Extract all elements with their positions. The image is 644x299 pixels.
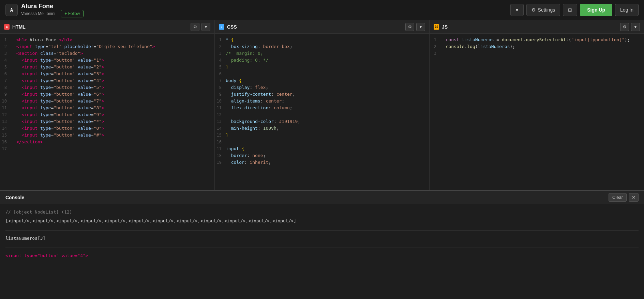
console-close-button[interactable]: ✕ (629, 193, 639, 202)
css-line-6: 6 (215, 70, 429, 77)
css-line-16: 16 (215, 139, 429, 145)
css-line-14: 14 min-height: 100vh; (215, 125, 429, 132)
html-line-2: 2 <input type="tel" placeholder="Digite … (0, 43, 214, 50)
css-line-13: 13 background-color: #191919; (215, 118, 429, 125)
settings-label: Settings (538, 7, 555, 13)
css-line-4: 4 padding: 0; */ (215, 57, 429, 64)
grid-button[interactable]: ⊞ (563, 4, 577, 16)
js-tab-left: JS JS (434, 24, 448, 30)
css-line-2: 2 box-sizing: border-box; (215, 43, 429, 50)
header-nav: ♥ ⚙ Settings ⊞ Sign Up Log In (510, 4, 639, 16)
css-line-19: 19 color: inherit; (215, 159, 429, 166)
login-button[interactable]: Log In (615, 4, 639, 16)
css-line-9: 9 justify-content: center; (215, 91, 429, 98)
site-info: Alura Fone Vanessa Me Tonini Follow (21, 3, 84, 17)
console-output-1: // [object NodeList] (12) (5, 208, 639, 216)
console-clear-button[interactable]: Clear (609, 193, 627, 202)
heart-icon: ♥ (515, 7, 518, 13)
css-line-7: 7 body { (215, 77, 429, 84)
site-title: Alura Fone (21, 3, 84, 10)
console-title: Console (5, 195, 24, 200)
html-tab: ◉ HTML ⚙ ▼ (0, 20, 214, 34)
js-collapse-btn[interactable]: ▼ (631, 23, 640, 31)
html-tab-label: HTML (12, 24, 26, 30)
css-line-12: 12 (215, 111, 429, 118)
console-buttons: Clear ✕ (609, 193, 639, 202)
console-section-1: // [object NodeList] (12) [<input/>,<inp… (5, 208, 639, 225)
css-line-1: 1 * { (215, 36, 429, 43)
close-icon: ✕ (632, 195, 635, 200)
editors-container: ◉ HTML ⚙ ▼ 1 <h1> Alura Fone </h1> 2 <in… (0, 20, 644, 190)
html-line-3: 3 <section class="teclado"> (0, 50, 214, 57)
js-line-1: 1 const listaNumeros = document.querySel… (430, 36, 644, 43)
html-line-10: 10 <input type="button" value="7"> (0, 98, 214, 105)
html-line-12: 12 <input type="button" value="9"> (0, 111, 214, 118)
html-line-9: 9 <input type="button" value="6"> (0, 91, 214, 98)
console-output-2: [<input/>,<input/>,<input/>,<input/>,<in… (5, 217, 639, 225)
console-output-4: <input type="button" value="4"> (5, 252, 639, 259)
console-section-2: listaNumeros[3] (5, 230, 639, 242)
css-icon: ✦ (219, 24, 224, 30)
html-icon: ◉ (4, 24, 10, 30)
html-line-8: 8 <input type="button" value="5"> (0, 84, 214, 91)
css-tab-left: ✦ CSS (219, 24, 237, 30)
js-panel: JS JS ⚙ ▼ 1 const listaNumeros = documen… (430, 20, 644, 190)
heart-button[interactable]: ♥ (510, 4, 523, 16)
js-line-2: 2 console.log(listaNumeros); (430, 43, 644, 50)
html-collapse-btn[interactable]: ▼ (201, 23, 210, 31)
html-line-17: 17 (0, 145, 214, 152)
html-line-16: 16 </section> (0, 139, 214, 145)
html-line-13: 13 <input type="button" value="*"> (0, 118, 214, 125)
html-line-15: 15 <input type="button" value="#"> (0, 132, 214, 139)
css-line-8: 8 display: flex; (215, 84, 429, 91)
settings-button[interactable]: ⚙ Settings (526, 4, 560, 16)
html-tab-actions: ⚙ ▼ (191, 23, 210, 31)
console-section-3: <input type="button" value="4"> (5, 248, 639, 259)
css-tab: ✦ CSS ⚙ ▼ (215, 20, 429, 34)
js-tab-actions: ⚙ ▼ (620, 23, 640, 31)
css-line-18: 18 border: none; (215, 152, 429, 159)
css-tab-label: CSS (227, 24, 237, 30)
logo-area: A Alura Fone Vanessa Me Tonini Follow (5, 3, 510, 17)
js-tab-label: JS (442, 24, 448, 30)
html-tab-left: ◉ HTML (4, 24, 26, 30)
css-tab-actions: ⚙ ▼ (405, 23, 425, 31)
html-line-4: 4 <input type="button" value="1"> (0, 57, 214, 64)
console-output-3: listaNumeros[3] (5, 235, 639, 242)
html-line-7: 7 <input type="button" value="4"> (0, 77, 214, 84)
follow-button[interactable]: Follow (61, 10, 84, 17)
html-editor-body[interactable]: 1 <h1> Alura Fone </h1> 2 <input type="t… (0, 34, 214, 190)
logo-icon: A (5, 4, 18, 16)
html-line-11: 11 <input type="button" value="8"> (0, 105, 214, 111)
grid-icon: ⊞ (568, 7, 572, 13)
js-line-3: 3 (430, 50, 644, 57)
html-line-6: 6 <input type="button" value="3"> (0, 70, 214, 77)
css-line-15: 15 } (215, 132, 429, 139)
css-collapse-btn[interactable]: ▼ (416, 23, 425, 31)
css-editor-body[interactable]: 1 * { 2 box-sizing: border-box; 3 /* mar… (215, 34, 429, 190)
css-line-3: 3 /* margin: 0; (215, 50, 429, 57)
signup-button[interactable]: Sign Up (580, 4, 612, 16)
html-line-5: 5 <input type="button" value="2"> (0, 64, 214, 70)
html-settings-btn[interactable]: ⚙ (191, 23, 199, 31)
css-line-17: 17 input { (215, 145, 429, 152)
js-editor-body[interactable]: 1 const listaNumeros = document.querySel… (430, 34, 644, 190)
css-settings-btn[interactable]: ⚙ (405, 23, 414, 31)
gear-icon: ⚙ (531, 7, 536, 13)
css-panel: ✦ CSS ⚙ ▼ 1 * { 2 box-sizing: border-box… (215, 20, 430, 190)
html-line-1: 1 <h1> Alura Fone </h1> (0, 36, 214, 43)
site-subtitle: Vanessa Me Tonini (21, 11, 55, 16)
css-line-5: 5 } (215, 64, 429, 70)
html-panel: ◉ HTML ⚙ ▼ 1 <h1> Alura Fone </h1> 2 <in… (0, 20, 215, 190)
header: A Alura Fone Vanessa Me Tonini Follow ♥ … (0, 0, 644, 20)
js-icon: JS (434, 24, 439, 30)
console-body[interactable]: // [object NodeList] (12) [<input/>,<inp… (0, 204, 644, 299)
console-area: Console Clear ✕ // [object NodeList] (12… (0, 190, 644, 299)
js-tab: JS JS ⚙ ▼ (430, 20, 644, 34)
css-line-10: 10 align-items: center; (215, 98, 429, 105)
js-settings-btn[interactable]: ⚙ (620, 23, 629, 31)
html-line-14: 14 <input type="button" value="0"> (0, 125, 214, 132)
css-line-11: 11 flex-direction: column; (215, 105, 429, 111)
console-header: Console Clear ✕ (0, 191, 644, 204)
